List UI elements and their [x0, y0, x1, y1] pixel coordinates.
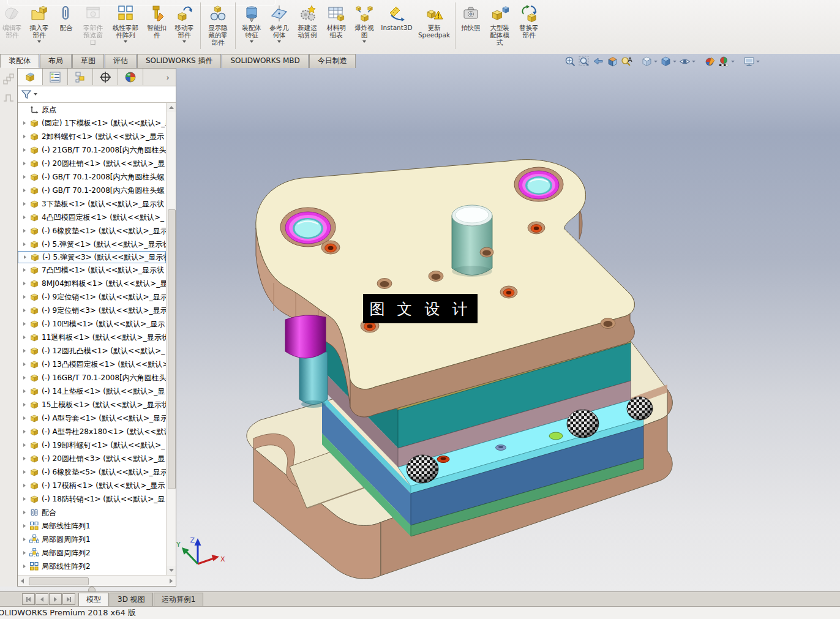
tree-item[interactable]: (-) 5.弹簧<3> (默认<<默认>_显示状: [18, 251, 166, 263]
command-tab[interactable]: 装配体: [0, 54, 39, 68]
reference-geometry-button[interactable]: 参考几 何体: [266, 1, 293, 53]
expand-arrow-icon[interactable]: [24, 255, 26, 259]
zoom-to-fit-button[interactable]: [563, 54, 577, 68]
linear-component-pattern-button[interactable]: 线性零部 件阵列: [108, 1, 143, 53]
update-speedpak-button[interactable]: 更新 Speedpak: [415, 1, 453, 53]
expand-arrow-icon[interactable]: [23, 443, 26, 447]
tree-item[interactable]: (-) 16GB/T 70.1-2008[内六角圆柱头: [18, 371, 166, 385]
tab-dimxpert-manager[interactable]: [93, 69, 118, 85]
tree-item[interactable]: (固定) 1下模板<1> (默认<<默认>_显: [18, 116, 166, 130]
tree-item[interactable]: 局部圆周阵列2: [18, 546, 166, 560]
expand-arrow-icon[interactable]: [23, 202, 26, 206]
tree-item[interactable]: 7凸凹模<1> (默认<<默认>_显示状: [18, 263, 166, 277]
expand-arrow-icon[interactable]: [23, 309, 26, 312]
tree-item[interactable]: (-) 19卸料螺钉<1> (默认<<默认>_: [18, 438, 166, 452]
expand-arrow-icon[interactable]: [23, 135, 26, 138]
model-spring-and-guide-pin[interactable]: [285, 315, 328, 408]
tab-configuration-manager[interactable]: [68, 69, 93, 85]
expand-arrow-icon[interactable]: [23, 470, 26, 474]
smart-fasteners-button[interactable]: 智能扣 件: [143, 1, 170, 53]
tree-item[interactable]: 局部圆周阵列1: [18, 533, 166, 546]
vertical-scroll-thumb[interactable]: [168, 209, 176, 489]
tree-item[interactable]: 3下垫板<1> (默认<<默认>_显示状: [18, 197, 166, 211]
tree-item[interactable]: 11退料板<1> (默认<<默认>_显示状: [18, 331, 166, 344]
tree-item[interactable]: (-) 6橡胶垫<5> (默认<<默认>_显示: [18, 465, 166, 479]
tab-display-manager[interactable]: [118, 69, 143, 85]
expand-arrow-icon[interactable]: [23, 565, 26, 568]
tree-vertical-scrollbar[interactable]: [166, 103, 176, 575]
edit-appearance-button[interactable]: [703, 54, 717, 68]
expand-arrow-icon[interactable]: [23, 216, 26, 219]
replace-components-button[interactable]: 替换零 部件: [515, 1, 543, 53]
expand-arrow-icon[interactable]: [23, 229, 26, 233]
apply-scene-button[interactable]: [717, 54, 736, 68]
tree-item[interactable]: 局部线性阵列1: [18, 519, 166, 533]
bill-of-materials-button[interactable]: 材料明 细表: [322, 1, 350, 53]
expand-arrow-icon[interactable]: [23, 121, 26, 125]
panel-tab-expand-button[interactable]: ›: [160, 69, 176, 86]
expand-arrow-icon[interactable]: [23, 349, 26, 353]
first-tab-button[interactable]: [22, 593, 35, 605]
expand-arrow-icon[interactable]: [23, 524, 26, 528]
tree-horizontal-scrollbar[interactable]: [18, 575, 176, 586]
command-tab[interactable]: 评估: [105, 54, 137, 68]
tree-item[interactable]: (-) 5.弹簧<1> (默认<<默认>_显示状: [18, 238, 166, 251]
tree-item[interactable]: (-) 6橡胶垫<1> (默认<<默认>_显示: [18, 224, 166, 238]
edit-component-button[interactable]: 编辑零 部件: [0, 1, 24, 53]
tree-item[interactable]: (-) 18防转销<1> (默认<<默认>_显: [18, 492, 166, 506]
expand-arrow-icon[interactable]: [23, 336, 26, 339]
expand-arrow-icon[interactable]: [23, 189, 26, 192]
filter-funnel-icon[interactable]: [21, 89, 32, 100]
hide-show-items-button[interactable]: [678, 54, 697, 68]
command-tab[interactable]: 草图: [72, 54, 104, 68]
scroll-right-button[interactable]: [167, 576, 176, 585]
section-view-button[interactable]: [606, 54, 620, 68]
tree-item[interactable]: (-) 20圆柱销<1> (默认<<默认>_显: [18, 157, 166, 170]
command-tab[interactable]: SOLIDWORKS 插件: [137, 54, 221, 68]
sketch-profile-icon[interactable]: [2, 91, 15, 105]
command-tab[interactable]: 布局: [40, 54, 72, 68]
expand-arrow-icon[interactable]: [23, 416, 26, 420]
zoom-to-area-button[interactable]: [577, 54, 591, 68]
tree-item[interactable]: 2卸料螺钉<1> (默认<<默认>_显示: [18, 130, 166, 143]
tree-item[interactable]: (-) 20圆柱销<3> (默认<<默认>_显: [18, 452, 166, 465]
previous-view-button[interactable]: [591, 54, 606, 68]
tree-item[interactable]: (-) 10凹模<1> (默认<<默认>_显示: [18, 317, 166, 331]
expand-arrow-icon[interactable]: [23, 457, 26, 460]
tree-item[interactable]: (-) 17模柄<1> (默认<<默认>_显示: [18, 479, 166, 492]
expand-arrow-icon[interactable]: [23, 162, 26, 165]
expand-arrow-icon[interactable]: [23, 497, 26, 501]
take-snapshot-button[interactable]: 拍快照: [457, 1, 484, 53]
tree-item[interactable]: (-) 9定位销<3> (默认<<默认>_显示: [18, 304, 166, 317]
tree-item[interactable]: (-) 14上垫板<1> (默认<<默认>_显: [18, 385, 166, 398]
tree-item[interactable]: (-) A型导套<1> (默认<<默认>_显示: [18, 411, 166, 425]
hide-show-annotations-button[interactable]: [620, 54, 634, 68]
instant3d-button[interactable]: Instant3D: [378, 1, 415, 53]
expand-arrow-icon[interactable]: [23, 376, 26, 380]
assembly-features-button[interactable]: 装配体 特征: [238, 1, 266, 53]
expand-arrow-icon[interactable]: [23, 403, 26, 407]
mate-button[interactable]: 配合: [54, 1, 78, 53]
tree-item[interactable]: 配合: [18, 506, 166, 519]
tree-item[interactable]: 4凸凹模固定板<1> (默认<<默认>_: [18, 211, 166, 224]
tree-item[interactable]: (-) 12圆孔凸模<1> (默认<<默认>_: [18, 344, 166, 358]
expand-arrow-icon[interactable]: [23, 362, 26, 366]
expand-arrow-icon[interactable]: [23, 148, 26, 152]
document-tab[interactable]: 运动算例1: [154, 593, 204, 606]
move-component-button[interactable]: 移动零 部件: [170, 1, 198, 53]
new-motion-study-button[interactable]: 新建运 动算例: [293, 1, 322, 53]
document-tab[interactable]: 3D 视图: [110, 593, 153, 606]
tree-item[interactable]: (-) GB/T 70.1-2008[内六角圆柱头螺: [18, 170, 166, 184]
expand-arrow-icon[interactable]: [23, 511, 26, 514]
display-style-button[interactable]: [659, 54, 678, 68]
expand-arrow-icon[interactable]: [23, 295, 26, 299]
previous-tab-button[interactable]: [36, 593, 48, 605]
show-hidden-components-button[interactable]: 显示隐 藏的零 部件: [203, 1, 233, 53]
expand-arrow-icon[interactable]: [23, 551, 26, 555]
tree-item[interactable]: (-) A型导柱28x180<1> (默认<<默认: [18, 425, 166, 438]
blocks-tool-icon[interactable]: [2, 73, 15, 86]
scroll-down-button[interactable]: [167, 566, 176, 575]
large-assembly-mode-button[interactable]: 大型装 配体模 式: [484, 1, 515, 53]
expand-arrow-icon[interactable]: [23, 389, 26, 393]
expand-arrow-icon[interactable]: [23, 175, 26, 179]
